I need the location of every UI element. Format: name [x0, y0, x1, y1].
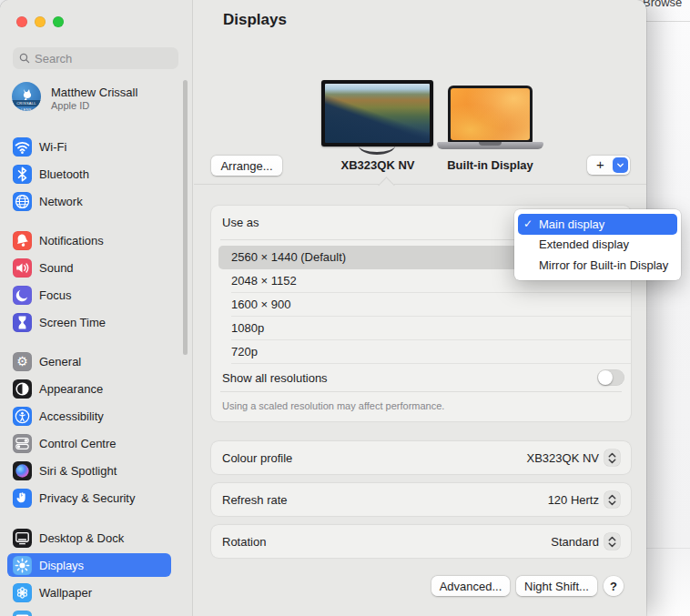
- main-panel: Displays Arrange... XB323QK: [194, 0, 646, 616]
- menu-item-main-display[interactable]: ✓Main display: [518, 214, 677, 235]
- bluetooth-icon: [13, 165, 32, 184]
- sidebar-item-label: Displays: [39, 559, 84, 572]
- menu-item-mirror-for-built-in-display[interactable]: Mirror for Built-in Display: [518, 255, 677, 276]
- sidebar-item-appearance[interactable]: Appearance: [7, 377, 171, 400]
- sidebar-item-sound[interactable]: Sound: [7, 256, 171, 279]
- sidebar-item-label: Screen Saver: [39, 613, 111, 616]
- sidebar-item-label: Privacy & Security: [39, 491, 135, 505]
- search-field[interactable]: Search: [13, 47, 178, 69]
- display-thumbnail-builtin[interactable]: [437, 86, 543, 149]
- sidebar-item-label: Focus: [39, 288, 71, 302]
- advanced-button[interactable]: Advanced...: [431, 576, 510, 596]
- accessibility-icon: [13, 407, 32, 426]
- resolution-option-1080p[interactable]: 1080p: [211, 317, 631, 340]
- sidebar-item-bluetooth[interactable]: Bluetooth: [7, 162, 171, 186]
- add-display-button[interactable]: +: [587, 156, 614, 175]
- sidebar-item-notifications[interactable]: Notifications: [7, 228, 171, 252]
- minimize-button[interactable]: [35, 16, 46, 27]
- sidebar-item-label: Appearance: [39, 382, 103, 396]
- external-display-label: XB323QK NV: [321, 158, 434, 172]
- add-display-control: +: [587, 156, 630, 175]
- sidebar-scrollbar[interactable]: [183, 80, 188, 355]
- sidebar-item-accessibility[interactable]: Accessibility: [7, 404, 171, 428]
- apple-id-row[interactable]: CRISSALL LENS Matthew Crissall Apple ID: [0, 78, 193, 116]
- browse-button[interactable]: Browse: [643, 0, 682, 9]
- night-shift-button[interactable]: Night Shift...: [516, 576, 597, 596]
- system-settings-window: Search CRISSALL LENS Matthew Crissall Ap…: [0, 0, 646, 616]
- monitor-bezel: [321, 80, 433, 146]
- hand-icon: [13, 489, 32, 508]
- sidebar-item-privacy-security[interactable]: Privacy & Security: [7, 486, 171, 510]
- hourglass-icon: [13, 313, 32, 332]
- speaker-icon: [13, 258, 32, 278]
- sidebar-item-screen-time[interactable]: Screen Time: [7, 310, 171, 334]
- rotation-card: RotationStandard: [211, 525, 631, 558]
- menu-item-label: Mirror for Built-in Display: [539, 258, 668, 272]
- macbook-hinge: [479, 142, 502, 146]
- scaled-resolution-note: Using a scaled resolution may affect per…: [211, 392, 631, 411]
- screen: Browse Search CRISSALL LENS: [0, 0, 690, 616]
- help-button[interactable]: ?: [604, 576, 624, 596]
- zoom-button[interactable]: [53, 16, 64, 27]
- close-button[interactable]: [16, 16, 27, 27]
- colour-profile-card: Colour profileXB323QK NV: [211, 441, 631, 474]
- sidebar-item-label: Siri & Spotlight: [39, 464, 117, 478]
- macbook-wallpaper: [451, 88, 530, 140]
- sidebar-item-desktop-dock[interactable]: Desktop & Dock: [7, 526, 171, 550]
- avatar-badge: CRISSALL LENS: [12, 100, 41, 106]
- refresh-rate-selector[interactable]: 120 Hertz: [548, 491, 620, 508]
- profile-subtitle: Apple ID: [51, 100, 89, 111]
- resolution-option-720p[interactable]: 720p: [211, 340, 631, 364]
- page-title: Displays: [223, 11, 287, 29]
- menu-item-label: Main display: [539, 217, 604, 231]
- profile-name: Matthew Crissall: [51, 86, 137, 99]
- avatar: CRISSALL LENS: [12, 82, 41, 111]
- resolution-option-1600-900[interactable]: 1600 × 900: [211, 293, 631, 317]
- moon-icon: [13, 286, 32, 305]
- sidebar-item-label: Screen Time: [39, 316, 106, 329]
- flower-icon: [13, 583, 32, 602]
- sidebar-item-label: Bluetooth: [39, 167, 89, 181]
- control-centre-icon: [13, 434, 32, 453]
- macbook-base: [437, 142, 543, 149]
- sun-icon: [13, 556, 32, 575]
- sidebar-item-siri-spotlight[interactable]: Siri & Spotlight: [7, 459, 171, 482]
- arrange-button[interactable]: Arrange...: [211, 156, 282, 176]
- stepper-icon[interactable]: [604, 491, 620, 508]
- sidebar-item-control-centre[interactable]: Control Centre: [7, 431, 171, 455]
- bell-icon: [13, 231, 32, 250]
- siri-icon: [13, 461, 32, 480]
- refresh-rate-value: 120 Hertz: [548, 493, 599, 507]
- sidebar-item-network[interactable]: Network: [7, 189, 171, 213]
- show-all-resolutions-toggle[interactable]: [597, 369, 624, 386]
- sidebar-group: NotificationsSoundFocusScreen Time: [7, 228, 171, 338]
- sidebar-item-general[interactable]: ⚙General: [7, 349, 171, 373]
- rotation-selector[interactable]: Standard: [551, 533, 620, 550]
- sidebar-item-displays[interactable]: Displays: [7, 553, 171, 577]
- screensaver-icon: [13, 611, 32, 616]
- sidebar-group: Wi-FiBluetoothNetwork: [7, 135, 171, 217]
- colour-profile-selector[interactable]: XB323QK NV: [527, 449, 621, 466]
- sidebar-item-focus[interactable]: Focus: [7, 283, 171, 307]
- show-all-resolutions-label: Show all resolutions: [222, 371, 328, 385]
- stepper-icon[interactable]: [604, 533, 620, 550]
- sidebar-item-label: Notifications: [39, 234, 104, 247]
- sidebar-item-screen-saver[interactable]: Screen Saver: [7, 608, 171, 616]
- chevron-down-icon: [615, 160, 625, 170]
- display-thumbnail-external[interactable]: [321, 80, 433, 157]
- sidebar-item-label: General: [39, 355, 81, 369]
- use-as-label: Use as: [222, 216, 259, 229]
- wallpaper-preview: [325, 84, 430, 143]
- sidebar-item-label: Accessibility: [39, 409, 104, 423]
- sidebar-item-wi-fi[interactable]: Wi-Fi: [7, 135, 171, 158]
- add-display-chevron-button[interactable]: [613, 157, 628, 173]
- stepper-icon[interactable]: [604, 449, 620, 466]
- sidebar-group: Desktop & DockDisplaysWallpaperScreen Sa…: [7, 526, 171, 616]
- sidebar-item-wallpaper[interactable]: Wallpaper: [7, 581, 171, 604]
- monitor-stand: [359, 146, 395, 155]
- globe-icon: [13, 192, 32, 211]
- rotation-label: Rotation: [222, 535, 551, 549]
- use-as-popup-menu: ✓Main displayExtended displayMirror for …: [514, 209, 681, 280]
- search-placeholder: Search: [35, 52, 72, 66]
- menu-item-extended-display[interactable]: Extended display: [518, 235, 677, 256]
